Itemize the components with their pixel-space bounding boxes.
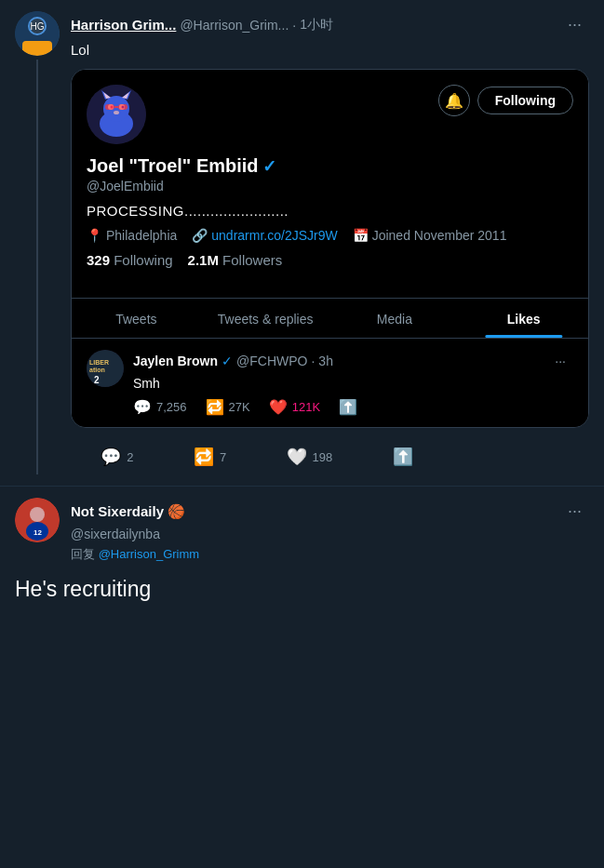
tweet-1-time: 1小时 <box>300 17 333 33</box>
embed-tabs: Tweets Tweets & replies Media Likes <box>72 298 588 338</box>
tab-tweets[interactable]: Tweets <box>72 299 201 338</box>
liked-tweet-text: Smh <box>133 376 573 391</box>
avatar-sixerdaily[interactable]: 12 <box>15 498 60 542</box>
tab-tweets-label: Tweets <box>115 312 156 327</box>
embed-meta: 📍 Philadelphia 🔗 undrarmr.co/2JSJr9W 📅 J… <box>87 228 573 243</box>
share-icon: ⬆️ <box>339 398 357 416</box>
tweet1-reply-count: 2 <box>127 450 133 464</box>
embed-following-stat[interactable]: 329 Following <box>87 252 173 268</box>
like-action[interactable]: ❤️ 121K <box>269 398 320 416</box>
embed-location-text: Philadelphia <box>106 228 177 243</box>
tweet-2-header-row: 12 Not Sixerdaily 🏀 ··· @sixerdailynba <box>15 498 589 542</box>
liked-handle: @FCHWPO <box>236 354 307 368</box>
like-icon: ❤️ <box>269 398 288 416</box>
tweet-1-handle: @Harrison_Grim... <box>180 18 289 33</box>
calendar-icon: 📅 <box>353 228 369 243</box>
tweet-2-handle: @sixerdailynba <box>71 527 589 541</box>
svg-rect-17 <box>118 104 128 110</box>
tweet-2-display-name[interactable]: Not Sixerdaily 🏀 <box>71 503 185 520</box>
svg-text:12: 12 <box>34 528 42 537</box>
liked-tweet-header: Jaylen Brown ✓ @FCHWPO · 3h ··· <box>133 350 573 372</box>
reply-icon-main: 💬 <box>101 447 121 467</box>
embed-link-text[interactable]: undrarmr.co/2JSJr9W <box>211 228 337 243</box>
embed-following-label: Following <box>114 252 172 268</box>
svg-rect-16 <box>105 104 114 110</box>
share-icon-main: ⬆️ <box>393 447 413 467</box>
jaylen-avatar[interactable]: LIBER ation 2 <box>87 350 124 387</box>
like-action-main[interactable]: 🤍 198 <box>287 447 333 467</box>
embed-followers-count: 2.1M <box>188 252 219 268</box>
tab-media-label: Media <box>377 312 412 327</box>
liked-tweet-user: Jaylen Brown ✓ @FCHWPO · 3h <box>133 354 333 368</box>
tweet1-like-count: 198 <box>313 450 333 464</box>
like-count: 121K <box>292 400 320 414</box>
tab-tweets-replies[interactable]: Tweets & replies <box>201 299 330 338</box>
liked-time: 3h <box>318 354 333 368</box>
liked-verified-icon: ✓ <box>221 354 233 368</box>
retweet-action-main[interactable]: 🔁 7 <box>194 447 226 467</box>
embed-profile-header: 🔔 Following <box>87 85 573 144</box>
share-action-main[interactable]: ⬆️ <box>393 447 413 467</box>
svg-text:ation: ation <box>89 367 105 373</box>
embed-card: 🔔 Following Joel "Troel" Embiid ✓ @JoelE… <box>71 69 589 428</box>
tweet-2-reply-indicator: 回复 @Harrison_Grimm <box>71 546 589 563</box>
reply-count: 7,256 <box>156 400 187 414</box>
tweet-1-actions: 💬 2 🔁 7 🤍 198 ⬆️ <box>71 439 443 474</box>
embed-name-text: Joel "Troel" Embiid <box>87 155 259 177</box>
liked-dot: · <box>311 354 315 368</box>
following-button[interactable]: Following <box>477 87 573 114</box>
like-icon-main: 🤍 <box>287 447 307 467</box>
reply-prefix: 回复 <box>71 547 95 561</box>
tweet-1-more-button[interactable]: ··· <box>560 11 589 38</box>
tweet-1-content: Harrison Grim... @Harrison_Grim... · 1小时… <box>71 11 589 474</box>
liked-tweet-actions: 💬 7,256 🔁 27K ❤️ 121K ⬆️ <box>133 398 573 416</box>
liked-display-name: Jaylen Brown <box>133 354 218 368</box>
reply-icon: 💬 <box>133 398 152 416</box>
tweet-1-text: Lol <box>71 40 589 60</box>
tab-media[interactable]: Media <box>330 299 460 338</box>
embed-joined: 📅 Joined November 2011 <box>353 228 507 243</box>
svg-point-25 <box>30 507 45 522</box>
share-action[interactable]: ⬆️ <box>339 398 357 416</box>
tweet-1: HG Harrison Grim... @Harrison_Grim... · … <box>0 0 604 487</box>
tweet-2-more-button[interactable]: ··· <box>560 498 589 525</box>
link-icon: 🔗 <box>192 228 208 243</box>
tab-likes[interactable]: Likes <box>459 299 588 338</box>
embed-following-count: 329 <box>87 252 110 268</box>
embed-followers-label: Followers <box>222 252 282 268</box>
embed-joel-avatar[interactable] <box>87 85 146 144</box>
tweet-2-text: He's recruiting <box>15 570 589 608</box>
svg-text:2: 2 <box>94 375 100 385</box>
tweet-1-user-info: Harrison Grim... @Harrison_Grim... · 1小时 <box>71 17 333 33</box>
liked-tweet-content: Jaylen Brown ✓ @FCHWPO · 3h ··· Smh 💬 7,… <box>133 350 573 416</box>
embed-link[interactable]: 🔗 undrarmr.co/2JSJr9W <box>192 228 337 243</box>
tweet-1-header: Harrison Grim... @Harrison_Grim... · 1小时… <box>71 11 589 38</box>
embed-location: 📍 Philadelphia <box>87 228 177 243</box>
bell-icon: 🔔 <box>445 92 463 110</box>
reply-action-main[interactable]: 💬 2 <box>101 447 133 467</box>
retweet-icon: 🔁 <box>206 398 224 416</box>
svg-text:LIBER: LIBER <box>89 359 109 366</box>
embed-stats: 329 Following 2.1M Followers <box>87 252 573 268</box>
embed-followers-stat[interactable]: 2.1M Followers <box>188 252 283 268</box>
tweet-1-dot: · <box>292 18 296 33</box>
retweet-count: 27K <box>229 400 250 414</box>
reply-to-link[interactable]: @Harrison_Grimm <box>99 547 200 561</box>
liked-tweet-more-button[interactable]: ··· <box>547 350 573 372</box>
tweet-2: 12 Not Sixerdaily 🏀 ··· @sixerdailynba 回… <box>0 487 604 619</box>
svg-text:HG: HG <box>31 21 45 32</box>
bell-button[interactable]: 🔔 <box>438 85 470 116</box>
tweet-1-display-name[interactable]: Harrison Grim... <box>71 17 176 33</box>
retweet-action[interactable]: 🔁 27K <box>206 398 250 416</box>
reply-action[interactable]: 💬 7,256 <box>133 398 187 416</box>
embed-follow-section: 🔔 Following <box>438 85 573 116</box>
location-icon: 📍 <box>87 228 102 243</box>
tab-tweets-replies-label: Tweets & replies <box>218 312 314 327</box>
avatar-harrison[interactable]: HG <box>15 11 60 56</box>
embed-profile-handle: @JoelEmbiid <box>87 179 573 194</box>
retweet-icon-main: 🔁 <box>194 447 214 467</box>
tweet1-retweet-count: 7 <box>220 450 226 464</box>
embed-joined-text: Joined November 2011 <box>372 228 507 243</box>
embed-profile-section: 🔔 Following Joel "Troel" Embiid ✓ @JoelE… <box>72 70 588 298</box>
tweet-2-header: Not Sixerdaily 🏀 ··· <box>71 498 589 525</box>
